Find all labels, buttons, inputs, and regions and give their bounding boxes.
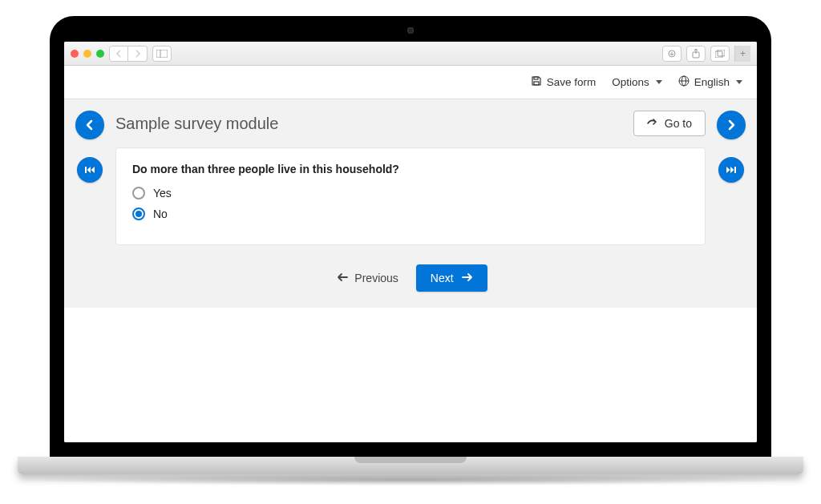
previous-button[interactable]: Previous xyxy=(334,265,401,291)
svg-rect-6 xyxy=(534,77,538,79)
window-controls xyxy=(71,50,104,58)
radio-label: Yes xyxy=(153,187,172,200)
language-dropdown[interactable]: English xyxy=(678,75,742,89)
prev-page-button[interactable] xyxy=(75,111,104,139)
question-text: Do more than three people live in this h… xyxy=(132,163,689,175)
survey-content: Sample survey module Go to Do more than … xyxy=(64,99,757,308)
pagination-row: Previous Next xyxy=(115,264,706,292)
browser-forward-button[interactable] xyxy=(128,46,148,62)
svg-rect-4 xyxy=(715,51,722,58)
previous-label: Previous xyxy=(354,272,398,284)
screen: + Save form Options En xyxy=(64,42,757,442)
goto-icon xyxy=(647,117,658,130)
radio-icon xyxy=(132,187,145,200)
laptop-shadow xyxy=(18,474,803,486)
question-card: Do more than three people live in this h… xyxy=(115,147,706,245)
survey-main: Sample survey module Go to Do more than … xyxy=(115,111,706,292)
screen-bezel: + Save form Options En xyxy=(50,16,771,457)
right-side-controls xyxy=(714,111,749,183)
next-button[interactable]: Next xyxy=(416,264,487,292)
next-label: Next xyxy=(431,272,454,284)
left-side-controls xyxy=(72,111,107,183)
arrow-right-icon xyxy=(462,272,473,284)
options-label: Options xyxy=(612,76,649,88)
browser-downloads-button[interactable] xyxy=(662,46,681,62)
radio-icon-selected xyxy=(132,208,145,220)
goto-button[interactable]: Go to xyxy=(633,111,706,136)
blank-area xyxy=(64,308,757,442)
nav-back-forward xyxy=(109,46,148,62)
save-icon xyxy=(531,75,542,89)
svg-rect-0 xyxy=(156,50,168,58)
browser-new-tab-button[interactable]: + xyxy=(734,46,750,62)
camera-dot xyxy=(407,27,414,34)
language-label: English xyxy=(694,76,730,88)
goto-label: Go to xyxy=(665,117,692,130)
radio-option-no[interactable]: No xyxy=(132,208,689,220)
options-dropdown[interactable]: Options xyxy=(612,76,662,88)
app-toolbar: Save form Options English xyxy=(64,66,757,99)
radio-label: No xyxy=(153,208,168,220)
browser-tabs-button[interactable] xyxy=(710,46,730,62)
globe-icon xyxy=(678,75,690,89)
next-page-button[interactable] xyxy=(717,111,746,139)
laptop-base xyxy=(18,457,803,474)
chevron-down-icon xyxy=(736,80,742,84)
browser-sidebar-button[interactable] xyxy=(152,46,172,62)
title-row: Sample survey module Go to xyxy=(115,111,706,136)
arrow-left-icon xyxy=(337,272,348,284)
svg-rect-5 xyxy=(718,50,725,56)
radio-option-yes[interactable]: Yes xyxy=(132,187,689,200)
laptop-frame: + Save form Options En xyxy=(50,16,771,486)
radio-inner-dot xyxy=(135,211,142,217)
rewind-button[interactable] xyxy=(77,157,103,183)
browser-back-button[interactable] xyxy=(109,46,128,62)
browser-share-button[interactable] xyxy=(686,46,706,62)
window-zoom-icon[interactable] xyxy=(96,50,104,58)
chevron-down-icon xyxy=(656,80,662,84)
svg-rect-7 xyxy=(534,82,539,85)
save-form-label: Save form xyxy=(547,76,597,88)
window-minimize-icon[interactable] xyxy=(83,50,91,58)
save-form-button[interactable]: Save form xyxy=(531,75,597,89)
fast-forward-button[interactable] xyxy=(718,157,744,183)
browser-toolbar: + xyxy=(64,42,757,66)
window-close-icon[interactable] xyxy=(71,50,79,58)
survey-title: Sample survey module xyxy=(115,115,278,133)
